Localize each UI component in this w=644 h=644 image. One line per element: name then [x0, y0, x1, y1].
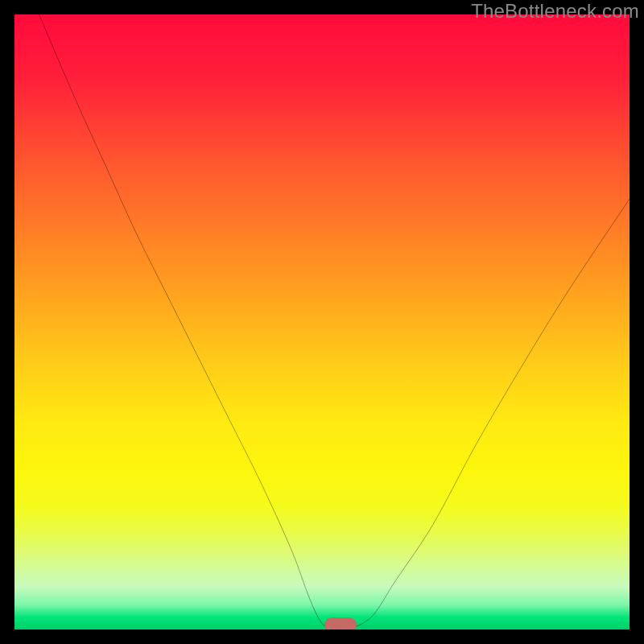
chart-frame: TheBottleneck.com: [0, 0, 644, 644]
attribution-text: TheBottleneck.com: [471, 0, 639, 23]
optimal-marker: [324, 617, 357, 630]
plot-area: [14, 14, 630, 630]
bottleneck-curve: [14, 14, 630, 630]
